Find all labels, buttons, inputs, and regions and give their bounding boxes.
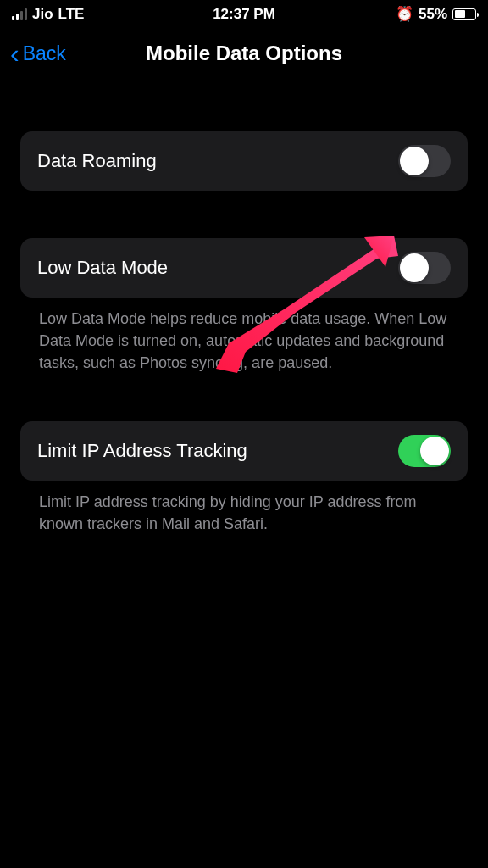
toggle-knob — [400, 147, 429, 175]
data-roaming-toggle[interactable] — [398, 145, 451, 177]
battery-icon — [452, 8, 476, 20]
battery-percent-label: 55% — [419, 6, 447, 23]
status-time: 12:37 PM — [213, 6, 275, 23]
low-data-mode-description: Low Data Mode helps reduce mobile data u… — [20, 298, 468, 374]
toggle-knob — [420, 437, 449, 465]
carrier-label: Jio — [32, 6, 53, 23]
limit-ip-tracking-description: Limit IP address tracking by hiding your… — [20, 481, 468, 535]
low-data-mode-label: Low Data Mode — [37, 257, 168, 279]
limit-ip-tracking-row: Limit IP Address Tracking — [20, 421, 468, 481]
battery-fill — [455, 10, 466, 18]
status-bar: Jio LTE 12:37 PM ⏰ 55% — [0, 0, 488, 26]
page-title: Mobile Data Options — [146, 42, 342, 65]
low-data-mode-toggle[interactable] — [398, 252, 451, 284]
low-data-mode-row: Low Data Mode — [20, 238, 468, 298]
settings-content: Data Roaming Low Data Mode Low Data Mode… — [0, 84, 488, 535]
nav-bar: ‹ Back Mobile Data Options — [0, 26, 488, 84]
network-type-label: LTE — [58, 6, 85, 23]
limit-ip-tracking-label: Limit IP Address Tracking — [37, 440, 247, 462]
data-roaming-row: Data Roaming — [20, 131, 468, 191]
signal-strength-icon — [12, 8, 27, 20]
limit-ip-tracking-toggle[interactable] — [398, 435, 451, 467]
data-roaming-label: Data Roaming — [37, 150, 157, 172]
status-left: Jio LTE — [12, 6, 84, 23]
toggle-knob — [400, 253, 429, 282]
alarm-icon: ⏰ — [396, 5, 413, 23]
back-button[interactable]: ‹ Back — [10, 40, 66, 67]
back-label: Back — [23, 42, 66, 65]
status-right: ⏰ 55% — [396, 5, 476, 23]
chevron-left-icon: ‹ — [10, 40, 19, 67]
